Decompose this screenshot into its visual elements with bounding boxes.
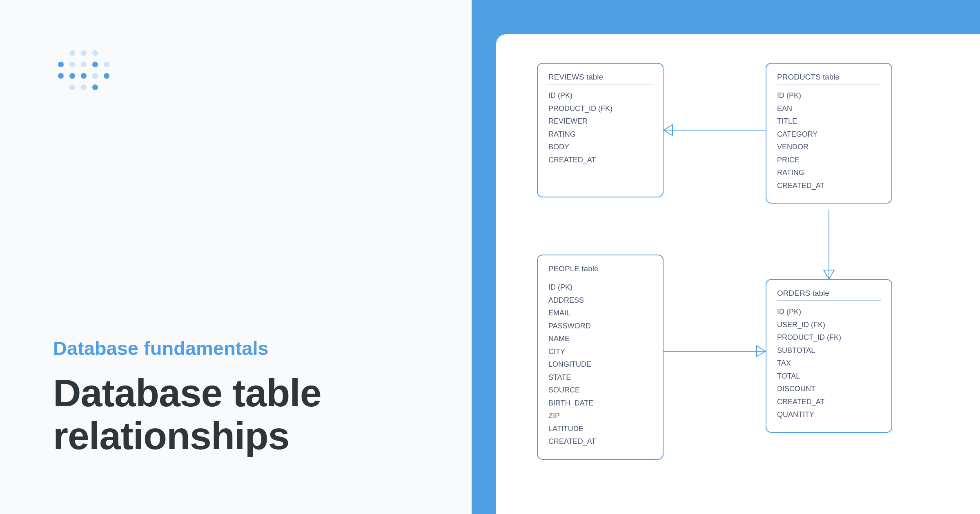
column-name: CREATED_AT bbox=[548, 435, 652, 448]
svg-point-5 bbox=[81, 62, 87, 67]
table-columns: ID (PK)USER_ID (FK)PRODUCT_ID (FK)SUBTOT… bbox=[777, 306, 881, 421]
heading-block: Database fundamentals Database table rel… bbox=[53, 337, 431, 457]
column-name: ADDRESS bbox=[548, 294, 652, 307]
svg-point-12 bbox=[104, 73, 109, 79]
column-name: RATING bbox=[777, 166, 881, 179]
column-name: PRODUCT_ID (FK) bbox=[777, 331, 881, 344]
table-title: ORDERS table bbox=[777, 289, 881, 301]
page-title: Database table relationships bbox=[53, 372, 431, 457]
column-name: ID (PK) bbox=[777, 306, 881, 319]
table-title: PRODUCTS table bbox=[777, 73, 881, 84]
column-name: TITLE bbox=[777, 115, 881, 128]
column-name: EMAIL bbox=[548, 307, 652, 320]
svg-point-3 bbox=[58, 62, 64, 67]
column-name: CREATED_AT bbox=[548, 154, 652, 167]
svg-point-2 bbox=[92, 50, 98, 56]
erd-canvas: REVIEWS table ID (PK)PRODUCT_ID (FK)REVI… bbox=[537, 63, 943, 514]
table-title: PEOPLE table bbox=[548, 264, 652, 276]
column-name: DISCOUNT bbox=[777, 383, 881, 396]
table-people: PEOPLE table ID (PK)ADDRESSEMAILPASSWORD… bbox=[537, 255, 664, 460]
table-columns: ID (PK)EANTITLECATEGORYVENDORPRICERATING… bbox=[777, 89, 881, 192]
svg-point-15 bbox=[92, 84, 98, 90]
table-title: REVIEWS table bbox=[548, 73, 652, 84]
column-name: LATITUDE bbox=[548, 423, 652, 436]
column-name: PRODUCT_ID (FK) bbox=[548, 102, 652, 115]
column-name: CATEGORY bbox=[777, 128, 881, 141]
column-name: LONGITUDE bbox=[548, 358, 652, 371]
left-panel: Database fundamentals Database table rel… bbox=[0, 0, 472, 514]
column-name: QUANTITY bbox=[777, 408, 881, 421]
column-name: PASSWORD bbox=[548, 320, 652, 333]
column-name: CREATED_AT bbox=[777, 179, 881, 193]
column-name: TAX bbox=[777, 357, 881, 370]
column-name: STATE bbox=[548, 371, 652, 384]
column-name: EAN bbox=[777, 102, 881, 115]
table-products: PRODUCTS table ID (PK)EANTITLECATEGORYVE… bbox=[766, 63, 892, 204]
column-name: CITY bbox=[548, 346, 652, 359]
column-name: BIRTH_DATE bbox=[548, 397, 652, 410]
column-name: ID (PK) bbox=[777, 89, 881, 102]
column-name: BODY bbox=[548, 141, 652, 154]
svg-point-4 bbox=[69, 62, 75, 67]
right-panel: REVIEWS table ID (PK)PRODUCT_ID (FK)REVI… bbox=[472, 0, 980, 514]
svg-point-1 bbox=[81, 50, 87, 56]
table-columns: ID (PK)ADDRESSEMAILPASSWORDNAMECITYLONGI… bbox=[548, 281, 652, 448]
svg-point-11 bbox=[92, 73, 98, 79]
table-orders: ORDERS table ID (PK)USER_ID (FK)PRODUCT_… bbox=[766, 279, 892, 433]
column-name: RATING bbox=[548, 128, 652, 141]
column-name: TOTAL bbox=[777, 370, 881, 383]
column-name: VENDOR bbox=[777, 141, 881, 154]
svg-point-10 bbox=[81, 73, 87, 79]
svg-point-14 bbox=[81, 84, 87, 90]
column-name: CREATED_AT bbox=[777, 396, 881, 409]
column-name: ID (PK) bbox=[548, 281, 652, 294]
column-name: ZIP bbox=[548, 410, 652, 423]
column-name: PRICE bbox=[777, 154, 881, 167]
erd-card: REVIEWS table ID (PK)PRODUCT_ID (FK)REVI… bbox=[496, 34, 980, 514]
column-name: ID (PK) bbox=[548, 89, 652, 102]
logo-icon bbox=[53, 49, 116, 94]
column-name: NAME bbox=[548, 332, 652, 346]
svg-point-6 bbox=[92, 62, 98, 67]
eyebrow-text: Database fundamentals bbox=[53, 337, 431, 359]
svg-point-7 bbox=[104, 62, 109, 67]
table-columns: ID (PK)PRODUCT_ID (FK)REVIEWERRATINGBODY… bbox=[548, 89, 652, 166]
column-name: SOURCE bbox=[548, 384, 652, 397]
column-name: SUBTOTAL bbox=[777, 344, 881, 357]
column-name: REVIEWER bbox=[548, 115, 652, 128]
column-name: USER_ID (FK) bbox=[777, 319, 881, 332]
svg-point-8 bbox=[58, 73, 64, 79]
svg-point-13 bbox=[69, 84, 75, 90]
svg-point-9 bbox=[69, 73, 75, 79]
svg-point-0 bbox=[69, 50, 75, 56]
table-reviews: REVIEWS table ID (PK)PRODUCT_ID (FK)REVI… bbox=[537, 63, 664, 197]
